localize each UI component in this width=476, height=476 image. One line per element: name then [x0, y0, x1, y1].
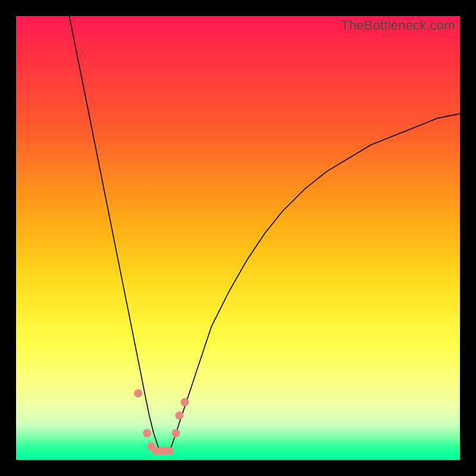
marker-dot — [134, 389, 142, 397]
chart-frame: TheBottleneck.com — [0, 0, 476, 476]
marker-dot — [181, 398, 189, 406]
chart-svg — [16, 16, 460, 460]
marker-dot — [176, 411, 184, 419]
marker-dot — [143, 429, 151, 437]
marker-dot — [165, 447, 173, 455]
marker-dot — [172, 429, 180, 437]
plot-area: TheBottleneck.com — [16, 16, 460, 460]
bottleneck-curve — [70, 16, 461, 451]
curve-markers — [134, 389, 189, 455]
